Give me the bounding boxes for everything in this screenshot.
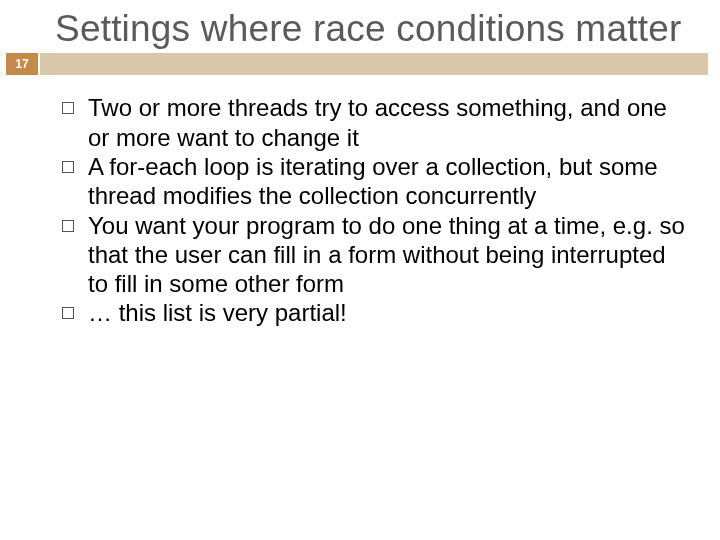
list-item: You want your program to do one thing at…: [62, 211, 690, 299]
bullet-text: A for-each loop is iterating over a coll…: [88, 152, 690, 211]
slide-number-badge: 17: [6, 53, 38, 75]
square-bullet-icon: [62, 307, 74, 319]
square-bullet-icon: [62, 220, 74, 232]
square-bullet-icon: [62, 102, 74, 114]
slide: Settings where race conditions matter 17…: [0, 0, 720, 540]
list-item: … this list is very partial!: [62, 298, 690, 327]
title-underline-bar: 17: [0, 53, 720, 75]
slide-title: Settings where race conditions matter: [55, 8, 720, 49]
bullet-text: You want your program to do one thing at…: [88, 211, 690, 299]
list-item: A for-each loop is iterating over a coll…: [62, 152, 690, 211]
content-area: Two or more threads try to access someth…: [0, 75, 720, 327]
list-item: Two or more threads try to access someth…: [62, 93, 690, 152]
bullet-text: … this list is very partial!: [88, 298, 347, 327]
square-bullet-icon: [62, 161, 74, 173]
title-block: Settings where race conditions matter: [0, 0, 720, 51]
bullet-text: Two or more threads try to access someth…: [88, 93, 690, 152]
accent-bar: [40, 53, 708, 75]
